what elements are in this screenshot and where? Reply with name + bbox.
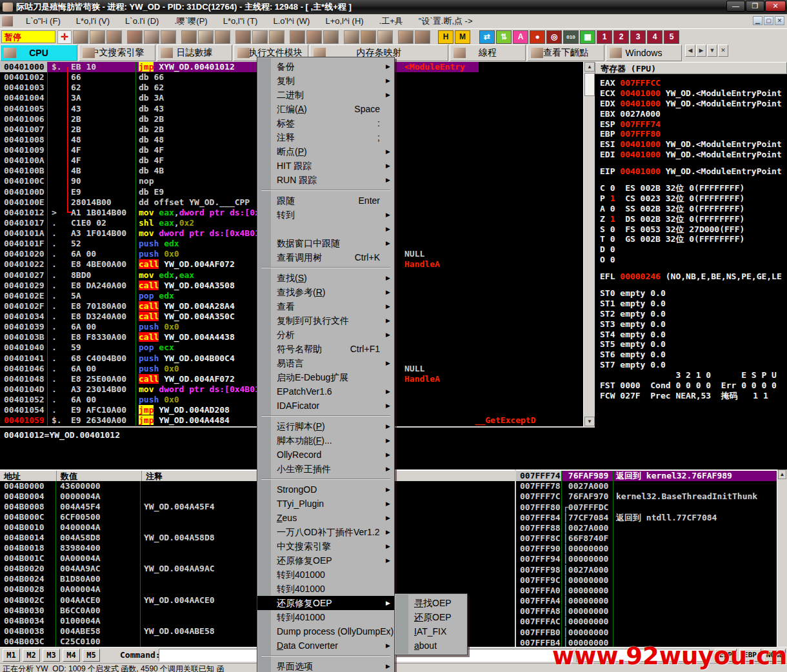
- tab-中文搜索引擎[interactable]: 中文搜索引擎: [79, 44, 155, 61]
- picture-toolbar-button[interactable]: [323, 30, 339, 44]
- register-line[interactable]: EDX 00401000 YW_OD.<ModuleEntryPoint: [600, 99, 787, 109]
- stack-row[interactable]: 007FFF94│00000000: [516, 554, 777, 564]
- toolbar-glyph-button-1[interactable]: ⇅: [496, 30, 512, 44]
- context-menu-item-EPatchVer1.6[interactable]: EPatchVer1.6▶: [257, 384, 394, 399]
- tab-日誌數據[interactable]: 日誌數據: [157, 44, 232, 61]
- register-line[interactable]: FST 0000 Cond 0 0 0 0 Err 0 0 0 0: [600, 380, 787, 391]
- memory-view-button-M3[interactable]: M3: [43, 649, 60, 662]
- context-menu-item-查看[interactable]: 查看▶: [257, 299, 394, 313]
- minimize-button[interactable]: —: [726, 1, 745, 12]
- memory-view-button-M2[interactable]: M2: [23, 649, 40, 662]
- toolbar-glyph-button-11[interactable]: 5: [664, 30, 679, 44]
- stack-scrollbar[interactable]: ▲: [777, 469, 787, 647]
- tab-next-icon[interactable]: ▶: [696, 44, 706, 57]
- context-menu-item-Data Converter[interactable]: Data Converter▶: [257, 638, 394, 653]
- context-menu-item-RUN 跟踪[interactable]: RUN 跟踪▶: [257, 173, 394, 187]
- register-line[interactable]: FCW 027F Prec NEAR,53 掩码 1 1: [600, 391, 787, 401]
- submenu-item-还原OEP[interactable]: 还原OEP: [395, 610, 467, 624]
- submenu-item-IAT_FIX[interactable]: IAT_FIX: [395, 624, 467, 638]
- register-line[interactable]: EBX 0027A000: [600, 109, 787, 119]
- context-menu-item-汇编(A)[interactable]: 汇编(A)Space: [257, 102, 394, 116]
- register-line[interactable]: S 0 FS 0053 32位 27D000(FFF): [600, 224, 787, 235]
- picture-toolbar-button[interactable]: [144, 30, 159, 44]
- crosshair-button[interactable]: ✛: [57, 30, 72, 44]
- toolbar-glyph-button-3[interactable]: ●: [530, 30, 545, 44]
- menubar-item-8[interactable]: "设`置.断,点 ->: [411, 15, 481, 27]
- register-line[interactable]: ST6 empty 0.0: [600, 350, 787, 360]
- register-line[interactable]: O 0: [600, 255, 787, 265]
- stack-row[interactable]: 007FFF98│0027A000: [516, 565, 777, 575]
- memory-view-button-M4[interactable]: M4: [63, 649, 80, 662]
- register-line[interactable]: EDI 00401000 YW_OD.<ModuleEntryPoint: [600, 150, 787, 160]
- register-line[interactable]: ST0 empty 0.0: [600, 288, 787, 299]
- stack-row[interactable]: 007FFFB0│00000000: [516, 628, 777, 638]
- register-line[interactable]: T 0 GS 002B 32位 0(FFFFFFFF): [600, 234, 787, 244]
- context-menu-item-易语言[interactable]: 易语言▶: [257, 356, 394, 370]
- context-menu-item-IDAFicator[interactable]: IDAFicator▶: [257, 399, 394, 413]
- context-menu-item-转到[interactable]: 转到▶: [257, 208, 394, 222]
- picture-toolbar-button[interactable]: [90, 30, 105, 44]
- stack-row[interactable]: 007FFF9C│00000000: [516, 575, 777, 586]
- context-menu-item-转到401000[interactable]: 转到401000: [257, 610, 394, 624]
- toolbar-glyph-button-5[interactable]: 010: [563, 30, 579, 44]
- picture-toolbar-button[interactable]: [398, 30, 413, 44]
- close-button[interactable]: ✕: [765, 1, 786, 12]
- context-menu-item-一万八OD补丁插件Ver1.2[interactable]: 一万八OD补丁插件Ver1.2▶: [257, 525, 394, 539]
- picture-toolbar-button[interactable]: [235, 30, 251, 44]
- stack-row[interactable]: 007FFF7C 76FAF970kernel32.BaseThreadInit…: [516, 491, 777, 502]
- context-menu-item-Zeus[interactable]: Zeus▶: [257, 511, 394, 525]
- register-line[interactable]: EFL 00000246 (NO,NB,E,BE,NS,PE,GE,LE: [600, 272, 787, 282]
- menubar-item-6[interactable]: L+o,l^i (H): [317, 15, 371, 27]
- context-menu-item-注释[interactable]: 注释;: [257, 130, 394, 144]
- stack-row[interactable]: 007FFF84│77CF7084返回到 ntdll.77CF7084: [516, 513, 777, 523]
- stack-row[interactable]: 007FFFA8│00000000: [516, 606, 777, 617]
- registers-panel[interactable]: EAX 007FFFCCECX 00401000 YW_OD.<ModuleEn…: [595, 74, 787, 469]
- picture-toolbar-button[interactable]: [306, 30, 322, 44]
- context-menu-item-转到401000[interactable]: 转到401000: [257, 568, 394, 582]
- picture-toolbar-button[interactable]: [106, 30, 122, 44]
- context-menu-item-标签[interactable]: 标签:: [257, 116, 394, 130]
- scroll-down-icon[interactable]: ▼: [584, 417, 595, 426]
- disassembly-scrollbar[interactable]: ▲ ▼: [583, 62, 595, 426]
- stack-row[interactable]: 007FFF8C│66F8740F: [516, 533, 777, 544]
- toolbar-glyph-button-0[interactable]: ⇄: [479, 30, 495, 44]
- register-line[interactable]: Z 1 DS 002B 32位 0(FFFFFFFF): [600, 214, 787, 224]
- context-menu-item-查找(S)[interactable]: 查找(S)▶: [257, 271, 394, 285]
- register-line[interactable]: A 0 SS 002B 32位 0(FFFFFFFF): [600, 204, 787, 214]
- register-line[interactable]: ECX 00401000 YW_OD.<ModuleEntryPoint: [600, 88, 787, 99]
- tab-線程[interactable]: 線程: [450, 44, 526, 61]
- context-menu-item-分析[interactable]: 分析▶: [257, 328, 394, 342]
- register-line[interactable]: ST3 empty 0.0: [600, 319, 787, 330]
- picture-toolbar-button[interactable]: [252, 30, 268, 44]
- menubar-item-5[interactable]: L.o'l^i (W): [265, 15, 317, 27]
- scroll-thumb[interactable]: [584, 73, 595, 96]
- mdi-close-button[interactable]: ✕: [775, 16, 784, 25]
- picture-toolbar-button[interactable]: [181, 30, 197, 44]
- register-line[interactable]: D 0: [600, 244, 787, 255]
- picture-toolbar-button[interactable]: [377, 30, 393, 44]
- stack-row[interactable]: 007FFF78 0027A000: [516, 481, 777, 491]
- context-menu-item-复制[interactable]: 复制▶: [257, 74, 394, 88]
- context-menu-item-符号名帮助[interactable]: 符号名帮助Ctrl+F1: [257, 342, 394, 356]
- context-menu-item-查找参考(R)[interactable]: 查找参考(R)▶: [257, 285, 394, 299]
- context-menu-item-还原修复OEP[interactable]: 还原修复OEP▶: [257, 596, 394, 610]
- tab-close-icon[interactable]: ✕: [718, 44, 728, 57]
- register-line[interactable]: ST1 empty 0.0: [600, 299, 787, 309]
- register-line[interactable]: ESI 00401000 YW_OD.<ModuleEntryPoint: [600, 139, 787, 150]
- picture-toolbar-button[interactable]: [361, 30, 376, 44]
- toolbar-glyph-button-8[interactable]: 2: [613, 30, 629, 44]
- stack-row[interactable]: 007FFFA0│00000000: [516, 586, 777, 596]
- toolbar-button-H[interactable]: H: [438, 30, 453, 44]
- picture-toolbar-button[interactable]: [127, 30, 143, 44]
- picture-toolbar-button[interactable]: [269, 30, 284, 44]
- toolbar-glyph-button-4[interactable]: ◎: [546, 30, 562, 44]
- stack-row[interactable]: 007FFF74 76FAF989返回到 kernel32.76FAF989: [516, 471, 777, 481]
- register-line[interactable]: ST7 empty 0.0: [600, 360, 787, 370]
- toolbar-glyph-button-6[interactable]: ▦: [580, 30, 595, 44]
- context-menu-item-启动E-Debug扩展[interactable]: 启动E-Debug扩展: [257, 370, 394, 384]
- context-menu-item-转到401000[interactable]: 转到401000: [257, 582, 394, 596]
- maximize-button[interactable]: ❐: [746, 1, 764, 12]
- picture-toolbar-button[interactable]: [198, 30, 214, 44]
- register-line[interactable]: ST2 empty 0.0: [600, 309, 787, 319]
- register-line[interactable]: ESP 007FFF74: [600, 119, 787, 130]
